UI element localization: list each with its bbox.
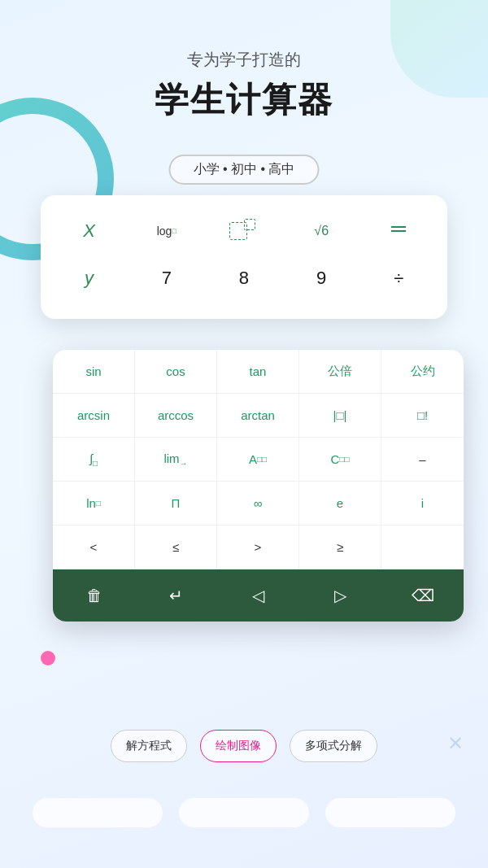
func-card: sin cos tan 公倍 公约 arcsin arccos arctan |… xyxy=(53,350,464,622)
toolbar-enter[interactable]: ↵ xyxy=(160,581,193,610)
bottom-pill-3 xyxy=(325,798,455,827)
key-le[interactable]: ≤ xyxy=(135,526,217,569)
level-badge: 小学 • 初中 • 高中 xyxy=(169,155,320,185)
btn-draw-graph[interactable]: 绘制图像 xyxy=(200,730,277,762)
calc-card-back: X log□ √6 y 7 8 9 ÷ xyxy=(41,195,447,319)
key-tan[interactable]: tan xyxy=(217,350,299,394)
bottom-pill-1 xyxy=(33,798,163,827)
key-cos[interactable]: cos xyxy=(135,350,217,394)
bottom-pill-2 xyxy=(179,798,309,827)
key-minus[interactable]: – xyxy=(381,438,464,482)
calc-row-2: y 7 8 9 ÷ xyxy=(52,257,436,299)
key-empty5-5 xyxy=(381,526,464,569)
main-title: 学生计算器 xyxy=(0,77,488,123)
key-perm[interactable]: A□□ xyxy=(217,438,299,482)
key-9[interactable]: 9 xyxy=(285,257,359,299)
btn-solve-equation[interactable]: 解方程式 xyxy=(111,730,187,762)
key-divide[interactable]: ÷ xyxy=(362,257,436,299)
key-i[interactable]: i xyxy=(381,482,464,526)
key-ln[interactable]: ln□ xyxy=(53,482,135,526)
key-arctan[interactable]: arctan xyxy=(217,394,299,438)
toolbar-backspace[interactable]: ⌫ xyxy=(407,581,439,610)
key-x[interactable]: X xyxy=(52,210,126,252)
key-log[interactable]: log□ xyxy=(129,210,203,252)
key-square-bracket[interactable] xyxy=(207,210,281,252)
feature-buttons: 解方程式 绘制图像 多项式分解 xyxy=(0,730,488,762)
key-ge[interactable]: ≥ xyxy=(299,526,381,569)
key-arcsin[interactable]: arcsin xyxy=(53,394,135,438)
key-gongbei[interactable]: 公倍 xyxy=(299,350,381,394)
key-comb[interactable]: C□□ xyxy=(299,438,381,482)
func-grid: sin cos tan 公倍 公约 arcsin arccos arctan |… xyxy=(53,350,464,569)
key-nthroot[interactable]: √6 xyxy=(285,210,359,252)
toolbar-right[interactable]: ▷ xyxy=(325,581,357,610)
key-fraction[interactable] xyxy=(362,210,436,252)
toolbar-left[interactable]: ◁ xyxy=(242,581,275,610)
key-lt1[interactable]: < xyxy=(53,526,135,569)
btn-polynomial[interactable]: 多项式分解 xyxy=(290,730,377,762)
key-infinity[interactable]: ∞ xyxy=(217,482,299,526)
key-y[interactable]: y xyxy=(52,257,126,299)
key-8[interactable]: 8 xyxy=(207,257,281,299)
level-text: 小学 • 初中 • 高中 xyxy=(194,161,295,178)
subtitle: 专为学子打造的 xyxy=(0,49,488,71)
func-toolbar: 🗑 ↵ ◁ ▷ ⌫ xyxy=(53,569,464,622)
key-factorial[interactable]: □! xyxy=(381,394,464,438)
key-abs[interactable]: |□| xyxy=(299,394,381,438)
key-e[interactable]: e xyxy=(299,482,381,526)
toolbar-delete[interactable]: 🗑 xyxy=(78,581,111,610)
key-arccos[interactable]: arccos xyxy=(135,394,217,438)
key-lim[interactable]: lim→ xyxy=(135,438,217,482)
key-sin[interactable]: sin xyxy=(53,350,135,394)
header-area: 专为学子打造的 学生计算器 xyxy=(0,49,488,123)
key-gongyue[interactable]: 公约 xyxy=(381,350,464,394)
key-pi[interactable]: Π xyxy=(135,482,217,526)
calc-row-1: X log□ √6 xyxy=(52,210,436,252)
bottom-pills xyxy=(0,798,488,827)
key-7[interactable]: 7 xyxy=(129,257,203,299)
key-gt1[interactable]: > xyxy=(217,526,299,569)
key-integral[interactable]: ∫□ xyxy=(53,438,135,482)
dot-pink xyxy=(41,651,55,665)
